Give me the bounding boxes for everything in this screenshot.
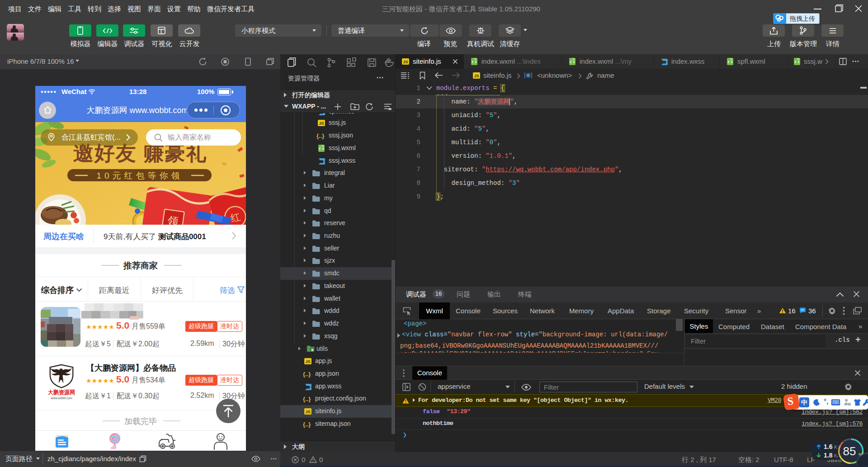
svg-text:10元红包等你领: 10元红包等你领 xyxy=(96,171,183,180)
svg-text:6: 6 xyxy=(849,403,850,406)
svg-text:大鹏资源网: 大鹏资源网 xyxy=(48,389,75,396)
svg-text:85: 85 xyxy=(843,444,856,458)
svg-text:www.wobbt.com: www.wobbt.com xyxy=(50,396,72,400)
svg-text:领: 领 xyxy=(167,214,179,225)
